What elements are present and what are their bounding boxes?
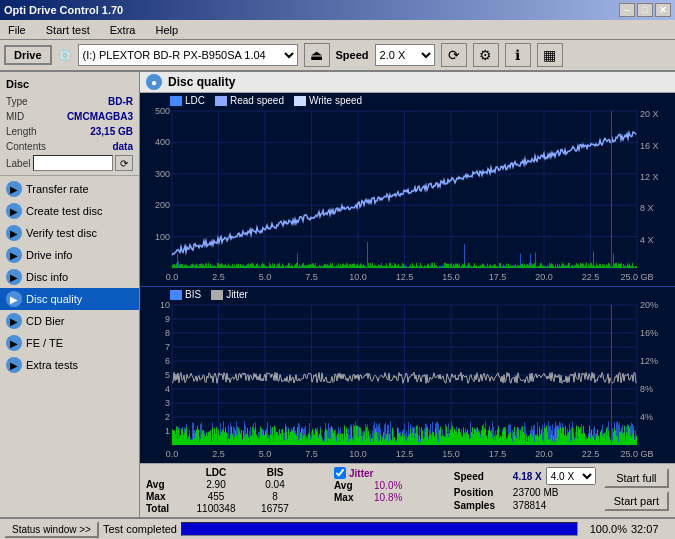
nav-label-cd-bier: CD Bier <box>26 315 65 327</box>
disc-quality-header: ● Disc quality <box>140 72 675 93</box>
content-area: ● Disc quality LDC Read speed Write spee… <box>140 72 675 517</box>
legend-jitter: Jitter <box>226 289 248 300</box>
ldc-avg: 2.90 <box>186 479 246 490</box>
ldc-total: 1100348 <box>186 503 246 514</box>
info-button[interactable]: ℹ <box>505 43 531 67</box>
jitter-checkbox[interactable] <box>334 467 346 479</box>
settings-button[interactable]: ⚙ <box>473 43 499 67</box>
disc-quality-title: Disc quality <box>168 75 235 89</box>
nav-item-extra-tests[interactable]: ▶ Extra tests <box>0 354 139 376</box>
jitter-max-label: Max <box>334 492 370 503</box>
drive-icon: 💿 <box>58 49 72 62</box>
nav-label-create-test-disc: Create test disc <box>26 205 102 217</box>
samples-label: Samples <box>454 500 509 511</box>
speed-value: 4.18 X <box>513 471 542 482</box>
bis-max: 8 <box>250 491 300 502</box>
nav-item-drive-info[interactable]: ▶ Drive info <box>0 244 139 266</box>
main-layout: Disc Type BD-R MID CMCMAGBA3 Length 23,1… <box>0 72 675 517</box>
menu-extra[interactable]: Extra <box>106 22 140 38</box>
transfer-rate-icon: ▶ <box>6 181 22 197</box>
nav-label-transfer-rate: Transfer rate <box>26 183 89 195</box>
bis-avg: 0.04 <box>250 479 300 490</box>
lower-chart-canvas <box>140 287 675 463</box>
avg-label: Avg <box>146 479 182 490</box>
upper-chart-wrapper: LDC Read speed Write speed <box>140 93 675 287</box>
bis-total: 16757 <box>250 503 300 514</box>
disc-section-header: Disc <box>0 76 139 92</box>
max-label: Max <box>146 491 182 502</box>
start-full-button[interactable]: Start full <box>604 468 669 488</box>
progress-bar-container <box>181 522 578 536</box>
disc-quality-icon: ▶ <box>6 291 22 307</box>
upper-chart-canvas <box>140 93 675 286</box>
menu-bar: File Start test Extra Help <box>0 20 675 40</box>
nav-item-cd-bier[interactable]: ▶ CD Bier <box>0 310 139 332</box>
charts-container: LDC Read speed Write speed BIS Jitter <box>140 93 675 463</box>
type-label: Type <box>6 94 28 109</box>
contents-label: Contents <box>6 139 46 154</box>
drive-bar: Drive 💿 (I:) PLEXTOR BD-R PX-B950SA 1.04… <box>0 40 675 72</box>
drive-info-icon: ▶ <box>6 247 22 263</box>
nav-item-fe-te[interactable]: ▶ FE / TE <box>0 332 139 354</box>
nav-item-transfer-rate[interactable]: ▶ Transfer rate <box>0 178 139 200</box>
status-text: Test completed <box>103 523 177 535</box>
close-button[interactable]: ✕ <box>655 3 671 17</box>
type-value: BD-R <box>108 94 133 109</box>
nav-item-verify-test-disc[interactable]: ▶ Verify test disc <box>0 222 139 244</box>
refresh-button[interactable]: ⟳ <box>441 43 467 67</box>
app-title: Opti Drive Control 1.70 <box>4 4 123 16</box>
disc-quality-header-icon: ● <box>146 74 162 90</box>
legend-write-speed: Write speed <box>309 95 362 106</box>
time-display: 32:07 <box>631 523 671 535</box>
maximize-button[interactable]: □ <box>637 3 653 17</box>
jitter-avg-label: Avg <box>334 480 370 491</box>
mid-value: CMCMAGBA3 <box>67 109 133 124</box>
position-label: Position <box>454 487 509 498</box>
jitter-label: Jitter <box>349 468 373 479</box>
label-label: Label <box>6 156 30 171</box>
speed-select[interactable]: 2.0 X <box>375 44 435 66</box>
title-bar: Opti Drive Control 1.70 ─ □ ✕ <box>0 0 675 20</box>
menu-start-test[interactable]: Start test <box>42 22 94 38</box>
jitter-max: 10.8% <box>374 492 402 503</box>
speed-label: Speed <box>336 49 369 61</box>
nav-item-create-test-disc[interactable]: ▶ Create test disc <box>0 200 139 222</box>
eject-button[interactable]: ⏏ <box>304 43 330 67</box>
samples-value: 378814 <box>513 500 546 511</box>
speed-label: Speed <box>454 471 509 482</box>
contents-value: data <box>112 139 133 154</box>
status-window-button[interactable]: Status window >> <box>4 521 99 538</box>
start-part-button[interactable]: Start part <box>604 491 669 511</box>
nav-label-disc-quality: Disc quality <box>26 293 82 305</box>
verify-test-disc-icon: ▶ <box>6 225 22 241</box>
lower-chart-wrapper: BIS Jitter <box>140 287 675 463</box>
drive-select[interactable]: (I:) PLEXTOR BD-R PX-B950SA 1.04 <box>78 44 298 66</box>
mid-label: MID <box>6 109 24 124</box>
menu-file[interactable]: File <box>4 22 30 38</box>
nav-item-disc-quality[interactable]: ▶ Disc quality <box>0 288 139 310</box>
nav-label-extra-tests: Extra tests <box>26 359 78 371</box>
label-input[interactable] <box>33 155 113 171</box>
display-button[interactable]: ▦ <box>537 43 563 67</box>
minimize-button[interactable]: ─ <box>619 3 635 17</box>
total-label: Total <box>146 503 182 514</box>
length-label: Length <box>6 124 37 139</box>
progress-bar-fill <box>182 523 577 535</box>
speed-dropdown[interactable]: 4.0 X <box>546 467 596 485</box>
label-refresh-button[interactable]: ⟳ <box>115 155 133 171</box>
create-test-disc-icon: ▶ <box>6 203 22 219</box>
legend-bis: BIS <box>185 289 201 300</box>
legend-ldc: LDC <box>185 95 205 106</box>
fe-te-icon: ▶ <box>6 335 22 351</box>
nav-label-disc-info: Disc info <box>26 271 68 283</box>
disc-info-panel: Type BD-R MID CMCMAGBA3 Length 23,15 GB … <box>0 92 139 176</box>
nav-label-fe-te: FE / TE <box>26 337 63 349</box>
nav-item-disc-info[interactable]: ▶ Disc info <box>0 266 139 288</box>
progress-percent: 100.0% <box>582 523 627 535</box>
jitter-avg: 10.0% <box>374 480 402 491</box>
menu-help[interactable]: Help <box>151 22 182 38</box>
ldc-max: 455 <box>186 491 246 502</box>
cd-bier-icon: ▶ <box>6 313 22 329</box>
status-bar: Status window >> Test completed 100.0% 3… <box>0 517 675 539</box>
length-value: 23,15 GB <box>90 124 133 139</box>
